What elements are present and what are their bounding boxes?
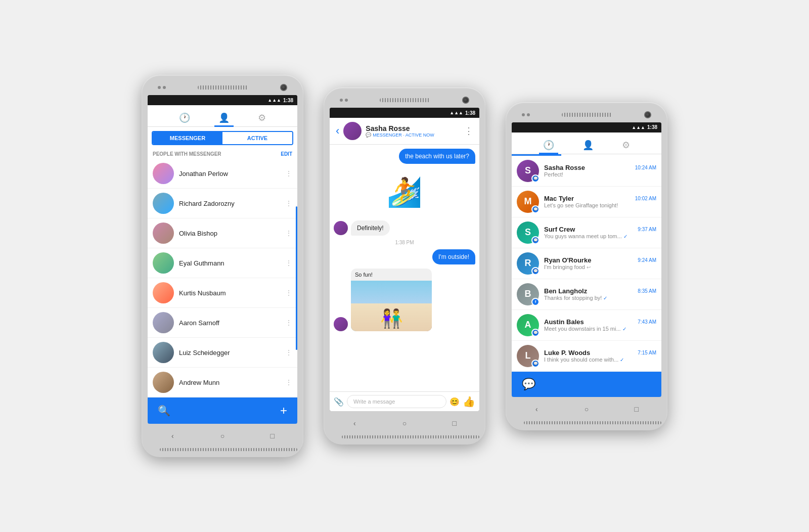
avatar-luke: L 💬	[517, 345, 539, 367]
msg-item-luke[interactable]: L 💬 Luke P. Woods 7:15 AM I think you sh…	[512, 341, 661, 372]
app-tabs-3: 🕐 👤 ⚙	[512, 132, 661, 154]
camera-2	[462, 97, 469, 104]
speaker-dots-3	[522, 113, 530, 116]
bubble-right-1: the beach with us later?	[399, 149, 475, 164]
add-icon-1[interactable]: +	[280, 404, 287, 418]
phone-bottom-1: ‹ ○ □	[148, 424, 297, 446]
tab-settings-3[interactable]: ⚙	[618, 137, 634, 154]
msg-info-ben: Ben Langholz 8:35 AM Thanks for stopping…	[544, 287, 656, 301]
more-luiz[interactable]: ⋮	[285, 348, 292, 357]
avatar-initial: M	[524, 196, 532, 207]
back-chat[interactable]: ‹	[336, 124, 339, 138]
msg-item-austin[interactable]: A 💬 Austin Bales 7:43 AM Meet you downst…	[512, 310, 661, 341]
check-ben: ✓	[603, 295, 607, 301]
back-button-1[interactable]: ‹	[165, 429, 179, 443]
dot-1	[158, 86, 161, 89]
photo-avatar	[334, 317, 348, 331]
avatar-jonathan	[153, 163, 174, 184]
segment-messenger[interactable]: MESSENGER	[153, 132, 222, 144]
app-tabs-1: 🕐 👤 ⚙	[148, 105, 297, 127]
dot-5	[522, 113, 525, 116]
msg-time-ben: 8:35 AM	[638, 288, 656, 294]
msg-preview-austin: Meet you downstairs in 15 mi... ✓	[544, 326, 656, 332]
segment-active[interactable]: ACTIVE	[222, 132, 292, 144]
msg-item-sasha[interactable]: S 💬 Sasha Rosse 10:24 AM Perfect!	[512, 156, 661, 187]
attachment-icon[interactable]: 📎	[334, 397, 344, 407]
tab-settings-1[interactable]: ⚙	[254, 109, 270, 126]
check-surf: ✓	[623, 234, 627, 239]
contact-item[interactable]: Aaron Sarnoff ⋮	[148, 308, 297, 338]
msg-item-mac[interactable]: M 💬 Mac Tyler 10:02 AM Let's go see Gira…	[512, 187, 661, 217]
msg-preview-sasha: Perfect!	[544, 171, 656, 178]
more-olivia[interactable]: ⋮	[285, 229, 292, 237]
more-jonathan[interactable]: ⋮	[285, 169, 292, 178]
speaker-dots-2	[340, 99, 348, 102]
chat-header-info: Sasha Rosse 💬 MESSENGER · ACTIVE NOW	[366, 124, 460, 138]
like-button[interactable]: 👍	[463, 395, 475, 408]
msg-info-luke: Luke P. Woods 7:15 AM I think you should…	[544, 349, 656, 363]
phone-1: ▲▲▲ 1:38 🕐 👤 ⚙ MESSENGER ACTIVE PEOPLE W…	[142, 75, 303, 457]
scrollbar-1[interactable]	[296, 206, 297, 349]
contact-item[interactable]: Richard Zadorozny ⋮	[148, 189, 297, 218]
segment-bar-1: MESSENGER ACTIVE	[152, 131, 293, 145]
more-aaron[interactable]: ⋮	[285, 319, 292, 327]
home-button-3[interactable]: ○	[579, 402, 594, 416]
msg-top-surf: Surf Crew 9:37 AM	[544, 226, 656, 233]
messenger-badge-sasha: 💬	[531, 174, 540, 183]
photo-image: 👫	[351, 281, 432, 331]
recents-button-2[interactable]: □	[447, 416, 462, 430]
signal-1: ▲▲▲	[267, 98, 281, 103]
msg-top-sasha: Sasha Rosse 10:24 AM	[544, 164, 656, 171]
phone-screen-1: ▲▲▲ 1:38 🕐 👤 ⚙ MESSENGER ACTIVE PEOPLE W…	[148, 95, 297, 424]
chat-more-button[interactable]: ⋮	[464, 125, 473, 137]
avatar-aaron	[153, 312, 174, 333]
msg-top-luke: Luke P. Woods 7:15 AM	[544, 349, 656, 357]
phone-top-3	[512, 108, 661, 122]
recents-button-1[interactable]: □	[265, 429, 280, 443]
sticker-area: 🏄	[334, 168, 475, 216]
phone-2: ▲▲▲ 1:38 ‹ Sasha Rosse 💬 MESSENGER · ACT…	[324, 87, 485, 445]
contact-item[interactable]: Luiz Scheidegger ⋮	[148, 338, 297, 368]
msg-item-surf[interactable]: S 💬 Surf Crew 9:37 AM You guys wanna mee…	[512, 217, 661, 248]
avatar-andrew	[153, 372, 174, 393]
avatar-ryan: R 💬	[517, 252, 539, 275]
camera-3	[644, 111, 651, 118]
reply-ryan: ↩	[587, 264, 591, 270]
msg-item-ben[interactable]: B f Ben Langholz 8:35 AM Thanks for stop…	[512, 279, 661, 310]
msg-time-luke: 7:15 AM	[638, 350, 656, 356]
msg-top-ben: Ben Langholz 8:35 AM	[544, 287, 656, 295]
avatar-richard	[153, 193, 174, 214]
contact-item[interactable]: Eyal Guthmann ⋮	[148, 248, 297, 278]
compose-icon[interactable]: 💬	[522, 378, 535, 391]
edit-button[interactable]: EDIT	[281, 151, 292, 157]
more-andrew[interactable]: ⋮	[285, 378, 292, 386]
contact-item[interactable]: Olivia Bishop ⋮	[148, 218, 297, 248]
message-input[interactable]: Write a message	[347, 395, 446, 408]
tab-contacts-1[interactable]: 👤	[214, 109, 234, 126]
messenger-badge-austin: 💬	[531, 329, 540, 337]
contact-item[interactable]: Andrew Munn ⋮	[148, 368, 297, 397]
facebook-badge-ben: f	[531, 298, 540, 306]
msg-item-ryan[interactable]: R 💬 Ryan O'Rourke 9:24 AM I'm bringing f…	[512, 248, 661, 279]
recents-button-3[interactable]: □	[630, 402, 644, 416]
msg-time-ryan: 9:24 AM	[638, 257, 656, 263]
msg-preview-ryan: I'm bringing food ↩	[544, 264, 656, 270]
chat-status: 💬 MESSENGER · ACTIVE NOW	[366, 132, 460, 138]
contact-item[interactable]: Jonathan Perlow ⋮	[148, 159, 297, 189]
contact-item[interactable]: Kurtis Nusbaum ⋮	[148, 278, 297, 308]
back-button-2[interactable]: ‹	[347, 416, 362, 430]
home-button-2[interactable]: ○	[397, 416, 412, 430]
home-button-1[interactable]: ○	[215, 429, 230, 443]
emoji-icon[interactable]: 😊	[450, 397, 460, 407]
speaker-dots-1	[158, 86, 166, 89]
avatar-ben: B f	[517, 283, 539, 305]
tab-recent-1[interactable]: 🕐	[175, 109, 194, 126]
search-icon-1[interactable]: 🔍	[158, 405, 170, 417]
more-kurtis[interactable]: ⋮	[285, 289, 292, 297]
more-eyal[interactable]: ⋮	[285, 259, 292, 267]
back-button-3[interactable]: ‹	[529, 402, 544, 416]
more-richard[interactable]: ⋮	[285, 199, 292, 207]
tab-contacts-3[interactable]: 👤	[578, 137, 598, 154]
avatar-initial: A	[525, 320, 531, 330]
tab-recent-3[interactable]: 🕐	[539, 137, 558, 154]
